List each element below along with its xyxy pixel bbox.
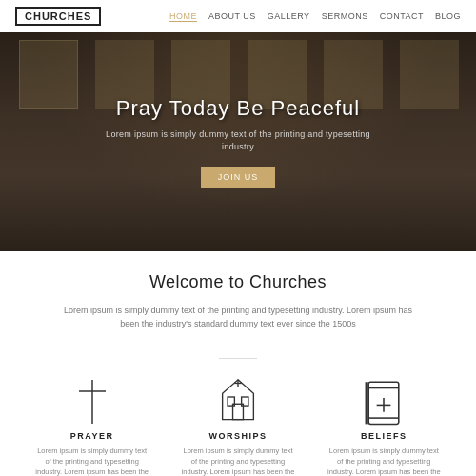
features-section: PRAYERLorem ipsum is simply dummy text o… <box>0 368 476 476</box>
feature-worships: WORSHIPSLorem ipsum is simply dummy text… <box>181 378 295 476</box>
bible-icon <box>365 378 403 426</box>
join-us-button[interactable]: JOIN US <box>201 167 276 188</box>
welcome-section: Welcome to Churches Lorem ipsum is simpl… <box>0 251 476 348</box>
feature-description: Lorem ipsum is simply dummy text of the … <box>181 446 295 476</box>
church-icon <box>219 378 257 426</box>
welcome-text: Lorem ipsum is simply dummy text of the … <box>57 304 419 331</box>
feature-beliefs: BELIEFSLorem ipsum is simply dummy text … <box>327 378 441 476</box>
feature-description: Lorem ipsum is simply dummy text of the … <box>327 446 441 476</box>
feature-prayer: PRAYERLorem ipsum is simply dummy text o… <box>35 378 149 476</box>
hero-title: Pray Today Be Peaceful <box>116 96 360 121</box>
navigation: HOMEABOUT USGALLERYSERMONSCONTACTBLOG <box>169 11 461 22</box>
nav-item-home[interactable]: HOME <box>169 11 197 22</box>
nav-item-blog[interactable]: BLOG <box>435 11 461 21</box>
welcome-title: Welcome to Churches <box>38 272 438 292</box>
hero-subtitle: Lorem ipsum is simply dummy text of the … <box>105 129 371 152</box>
cross-icon <box>73 378 111 426</box>
feature-label: BELIEFS <box>361 431 407 441</box>
feature-label: WORSHIPS <box>208 431 267 441</box>
nav-item-about-us[interactable]: ABOUT US <box>208 11 256 21</box>
feature-label: PRAYER <box>70 431 114 441</box>
logo: CHURCHES <box>15 7 101 26</box>
header: CHURCHES HOMEABOUT USGALLERYSERMONSCONTA… <box>0 0 476 32</box>
nav-item-sermons[interactable]: SERMONS <box>322 11 368 21</box>
nav-item-contact[interactable]: CONTACT <box>380 11 424 21</box>
hero-content: Pray Today Be Peaceful Lorem ipsum is si… <box>0 32 476 251</box>
section-divider <box>219 358 257 359</box>
hero-section: Pray Today Be Peaceful Lorem ipsum is si… <box>0 32 476 251</box>
feature-description: Lorem ipsum is simply dummy text of the … <box>35 446 149 476</box>
nav-item-gallery[interactable]: GALLERY <box>268 11 310 21</box>
